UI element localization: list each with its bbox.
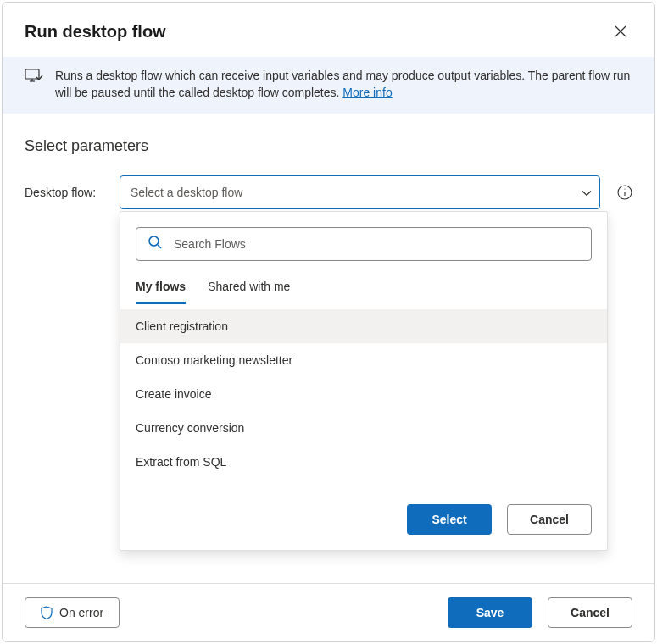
flow-item[interactable]: Contoso marketing newsletter bbox=[120, 343, 607, 377]
desktop-flow-field-row: Desktop flow: Select a desktop flow bbox=[25, 175, 632, 209]
info-icon bbox=[617, 185, 632, 200]
on-error-button[interactable]: On error bbox=[25, 597, 120, 628]
cancel-button[interactable]: Cancel bbox=[548, 597, 632, 628]
save-button[interactable]: Save bbox=[448, 597, 532, 628]
info-banner: Runs a desktop flow which can receive in… bbox=[3, 57, 654, 114]
select-button[interactable]: Select bbox=[407, 504, 492, 535]
select-placeholder: Select a desktop flow bbox=[131, 186, 242, 199]
desktop-flow-select[interactable]: Select a desktop flow bbox=[120, 175, 600, 209]
close-button[interactable] bbox=[609, 19, 632, 43]
flow-item[interactable]: Extract from SQL bbox=[120, 445, 607, 479]
search-flows-input[interactable] bbox=[136, 227, 592, 261]
on-error-label: On error bbox=[59, 606, 103, 619]
svg-point-5 bbox=[149, 236, 159, 246]
search-icon bbox=[148, 235, 163, 253]
dialog-footer: On error Save Cancel bbox=[3, 583, 654, 641]
flow-picker-dropdown: My flows Shared with me Client registrat… bbox=[120, 211, 608, 551]
chevron-down-icon bbox=[582, 186, 592, 199]
flow-item[interactable]: Currency conversion bbox=[120, 411, 607, 445]
tab-my-flows[interactable]: My flows bbox=[136, 273, 186, 304]
search-wrap bbox=[136, 227, 592, 261]
flow-item[interactable]: Create invoice bbox=[120, 377, 607, 411]
more-info-link[interactable]: More info bbox=[342, 86, 392, 99]
dropdown-cancel-button[interactable]: Cancel bbox=[507, 504, 592, 535]
dropdown-actions: Select Cancel bbox=[120, 479, 607, 535]
dialog-content: Select parameters Desktop flow: Select a… bbox=[3, 114, 654, 583]
footer-actions: Save Cancel bbox=[448, 597, 632, 628]
section-title: Select parameters bbox=[25, 137, 632, 155]
flow-tabs: My flows Shared with me bbox=[120, 273, 607, 304]
field-info-button[interactable] bbox=[617, 185, 632, 200]
flow-item[interactable]: Client registration bbox=[120, 309, 607, 343]
flow-list: Client registration Contoso marketing ne… bbox=[120, 309, 607, 479]
dialog-header: Run desktop flow bbox=[3, 3, 654, 57]
svg-line-6 bbox=[158, 245, 161, 248]
close-icon bbox=[615, 25, 626, 37]
desktop-flow-label: Desktop flow: bbox=[25, 186, 109, 199]
banner-text: Runs a desktop flow which can receive in… bbox=[55, 67, 632, 102]
shield-icon bbox=[41, 606, 53, 619]
desktop-flow-icon bbox=[25, 67, 43, 87]
desktop-flow-select-wrap: Select a desktop flow bbox=[120, 175, 600, 209]
tab-shared-with-me[interactable]: Shared with me bbox=[208, 273, 290, 304]
run-desktop-flow-dialog: Run desktop flow Runs a desktop flow whi… bbox=[2, 2, 655, 642]
dialog-title: Run desktop flow bbox=[25, 22, 166, 42]
svg-point-9 bbox=[624, 188, 625, 189]
